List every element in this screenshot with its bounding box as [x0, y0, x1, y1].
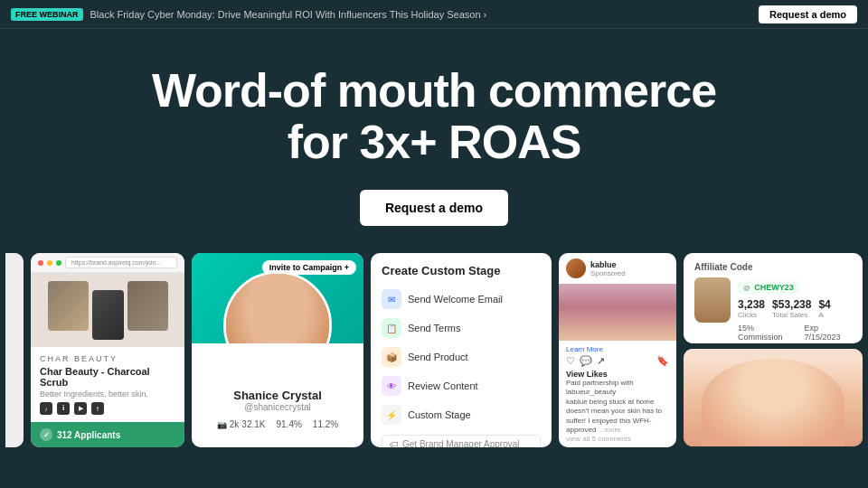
product-desc: Better Ingredients, better skin. — [40, 389, 175, 399]
partial-card-left — [5, 253, 24, 447]
stage-item-3: 📦 Send Product — [382, 343, 541, 371]
brand-product-card: https://brand.aspireiq.com/join... CHAR … — [31, 253, 184, 447]
webinar-badge: FREE WEBINAR — [11, 8, 83, 21]
extra-stat: $4 A — [818, 298, 830, 319]
product-img-1 — [48, 281, 89, 331]
product-img-2 — [92, 290, 124, 340]
tiktok-icon: ♪ — [40, 402, 52, 415]
post-actions: Learn More ♡ 💬 ↗ 🔖 View Likes Paid partn… — [559, 341, 676, 447]
affiliate-stats: 3,238 Clicks $53,238 Total Sales $4 A — [738, 298, 852, 319]
sales-stat: $53,238 Total Sales — [772, 298, 811, 319]
affiliate-info: @ CHEWY23 3,238 Clicks $53,238 Total Sal… — [738, 277, 852, 342]
view-comments[interactable]: view all 5 comments — [566, 435, 669, 443]
applicants-count: 312 Applicants — [57, 430, 120, 440]
instagram-icon: 𝗶 — [57, 402, 70, 415]
extra-label: A — [818, 311, 830, 319]
banner-text: Black Friday Cyber Monday: Drive Meaning… — [90, 9, 752, 20]
post-caption-2: kablue being stuck at home doesn't mean … — [566, 398, 669, 436]
stage-label-5: Custom Stage — [408, 409, 471, 420]
reach-value: 11.2% — [313, 419, 338, 429]
product-img-3 — [127, 281, 168, 331]
sales-label: Total Sales — [772, 311, 811, 319]
product-images — [42, 276, 174, 345]
stage-label-3: Send Product — [408, 352, 468, 362]
instagram-stat-icon: 📷 — [217, 420, 227, 429]
comment-icon[interactable]: 💬 — [580, 355, 592, 367]
top-banner: FREE WEBINAR Black Friday Cyber Monday: … — [0, 0, 868, 29]
heart-icon[interactable]: ♡ — [566, 355, 575, 367]
brand-name: CHAR BEAUTY — [40, 354, 175, 363]
bookmark-icon[interactable]: 🔖 — [656, 355, 669, 367]
facebook-icon: f — [91, 402, 104, 415]
stage-item-1: ✉ Send Welcome Email — [382, 285, 541, 314]
affiliate-container: Affiliate Code @ CHEWY23 3,238 Clicks — [684, 253, 863, 446]
post-more[interactable]: ...more — [599, 426, 621, 434]
post-image — [559, 284, 676, 341]
clicks-label: Clicks — [738, 311, 765, 319]
product-name: Char Beauty - Charcoal Scrub — [40, 366, 175, 388]
bottom-image-card — [684, 349, 863, 446]
clicks-value: 3,238 — [738, 298, 765, 311]
stat-instagram: 📷 2k 32.1K — [217, 419, 266, 429]
stage-name-input[interactable]: 🏷 Get Brand Manager Approval — [382, 435, 541, 447]
stage-card-title: Create Custom Stage — [382, 264, 541, 277]
eye-icon: 👁 — [382, 376, 401, 396]
stat-reach: 11.2% — [313, 419, 338, 429]
stage-item-5: ⚡ Custom Stage — [382, 400, 541, 429]
influencer-profile-card: Invite to Campaign + Shanice Crystal @sh… — [192, 253, 363, 447]
influencer-stats: 📷 2k 32.1K 91.4% 11.2% — [192, 419, 363, 436]
custom-stage-icon: ⚡ — [382, 405, 401, 425]
person-image — [684, 349, 863, 446]
youtube-icon: ▶ — [74, 402, 87, 415]
stat-engagement: 91.4% — [276, 419, 301, 429]
influencer-face — [226, 274, 329, 343]
social-post-card: kablue Sponsored Learn More ♡ 💬 ↗ 🔖 View… — [559, 253, 676, 447]
social-icons: ♪ 𝗶 ▶ f — [40, 402, 175, 415]
share-icon[interactable]: ↗ — [597, 355, 605, 367]
post-username: kablue — [590, 260, 626, 269]
engagement-value: 91.4% — [276, 419, 301, 429]
affiliate-title: Affiliate Code — [694, 262, 852, 272]
hero-cta-button[interactable]: Request a demo — [360, 190, 508, 226]
learn-more-link[interactable]: Learn More — [566, 345, 669, 353]
post-avatar — [566, 258, 586, 278]
create-stage-card: Create Custom Stage ✉ Send Welcome Email… — [371, 253, 552, 447]
platform-size: 2k — [230, 419, 240, 429]
cards-row: https://brand.aspireiq.com/join... CHAR … — [0, 253, 868, 452]
dot-green — [56, 260, 61, 266]
view-likes[interactable]: View Likes — [566, 370, 669, 379]
check-icon: ✓ — [40, 428, 52, 441]
stage-label-4: Review Content — [408, 380, 478, 391]
influencer-header: Invite to Campaign + — [192, 253, 363, 343]
browser-url: https://brand.aspireiq.com/join... — [65, 257, 177, 268]
influencer-name-area: Shanice Crystal @shanicecrystal — [192, 343, 363, 419]
affiliate-meta: 15% Commission Exp 7/15/2023 — [738, 324, 852, 342]
affiliate-code: @ CHEWY23 — [738, 281, 799, 294]
stage-item-2: 📋 Send Terms — [382, 314, 541, 343]
file-icon: 📋 — [382, 318, 401, 338]
post-user-info: kablue Sponsored — [590, 260, 626, 277]
influencer-avatar — [223, 271, 332, 343]
expiry: Exp 7/15/2023 — [804, 324, 852, 342]
post-sponsored: Sponsored — [590, 269, 626, 277]
product-bottle — [694, 277, 731, 323]
influencer-handle: @shanicecrystal — [192, 402, 363, 412]
stage-label-1: Send Welcome Email — [408, 294, 503, 305]
browser-bar: https://brand.aspireiq.com/join... — [31, 253, 184, 273]
card1-content: CHAR BEAUTY Char Beauty - Charcoal Scrub… — [31, 347, 184, 422]
extra-value: $4 — [818, 298, 830, 311]
commission: 15% Commission — [738, 324, 795, 342]
post-action-icons: ♡ 💬 ↗ 🔖 — [566, 355, 669, 367]
banner-cta-button[interactable]: Request a demo — [759, 5, 857, 23]
box-icon: 📦 — [382, 347, 401, 367]
dot-red — [38, 260, 43, 266]
stage-name-placeholder: Get Brand Manager Approval — [402, 439, 520, 447]
affiliate-code-card: Affiliate Code @ CHEWY23 3,238 Clicks — [684, 253, 863, 343]
post-caption: Paid partnership with labueur_beauty — [566, 379, 669, 398]
post-header: kablue Sponsored — [559, 253, 676, 284]
stage-item-4: 👁 Review Content — [382, 371, 541, 400]
card1-image-area — [31, 273, 184, 347]
affiliate-product: @ CHEWY23 3,238 Clicks $53,238 Total Sal… — [694, 277, 852, 342]
clicks-stat: 3,238 Clicks — [738, 298, 765, 319]
followers-count: 32.1K — [241, 419, 265, 429]
